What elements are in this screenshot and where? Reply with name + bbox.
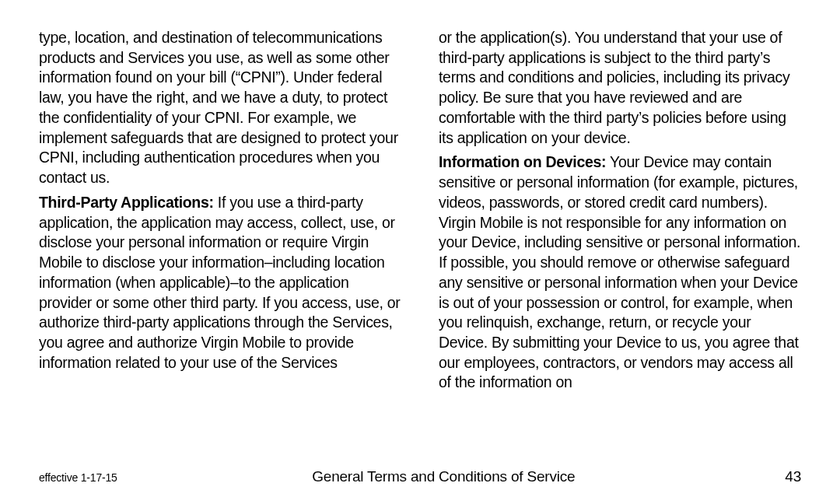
paragraph-cpni: type, location, and destination of telec…: [39, 28, 401, 188]
paragraph-third-party-apps: Third-Party Applications: If you use a t…: [39, 193, 401, 373]
paragraph-info-on-devices: Information on Devices: Your Device may …: [439, 152, 801, 393]
page-footer: effective 1-17-15 General Terms and Cond…: [39, 454, 801, 485]
paragraph-third-party-continued: or the application(s). You understand th…: [439, 28, 801, 148]
heading-info-on-devices: Information on Devices:: [439, 153, 606, 170]
heading-third-party-apps: Third-Party Applications:: [39, 194, 214, 211]
body-info-on-devices: Your Device may contain sensitive or per…: [439, 153, 800, 390]
right-column: or the application(s). You understand th…: [439, 28, 801, 454]
footer-title: General Terms and Conditions of Service: [117, 468, 770, 485]
footer-page-number: 43: [770, 468, 801, 485]
document-body: type, location, and destination of telec…: [39, 28, 801, 454]
footer-effective-date: effective 1-17-15: [39, 471, 117, 484]
body-third-party-apps: If you use a third-party application, th…: [39, 194, 401, 371]
left-column: type, location, and destination of telec…: [39, 28, 401, 454]
